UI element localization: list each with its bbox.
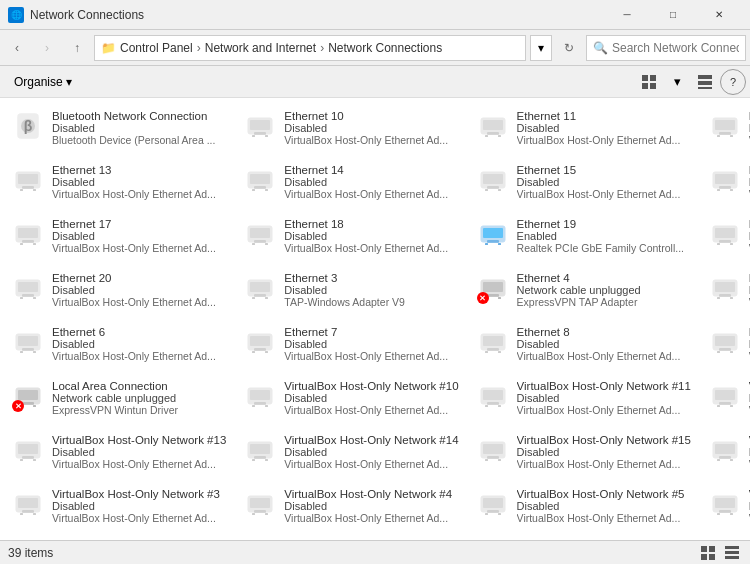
minimize-button[interactable]: ─ <box>604 0 650 30</box>
svg-rect-116 <box>483 390 503 400</box>
view-tiles-button[interactable] <box>636 69 662 95</box>
list-item[interactable]: VirtualBox Host-Only Network #7DisabledV… <box>4 536 234 540</box>
network-icon <box>709 434 741 466</box>
list-item[interactable]: VirtualBox Host-Only Network #14Disabled… <box>236 428 466 480</box>
back-button[interactable]: ‹ <box>4 35 30 61</box>
svg-rect-68 <box>20 297 23 299</box>
network-icon <box>12 218 44 250</box>
network-icon <box>244 326 276 358</box>
svg-rect-114 <box>265 405 268 407</box>
list-item[interactable]: β Bluetooth Network ConnectionDisabledBl… <box>4 104 234 156</box>
list-item[interactable]: Ethernet 19EnabledRealtek PCIe GbE Famil… <box>469 212 699 264</box>
organise-button[interactable]: Organise ▾ <box>4 69 82 95</box>
maximize-button[interactable]: □ <box>650 0 696 30</box>
list-item[interactable]: VirtualBox Host-Only Network #6DisabledV… <box>701 482 750 534</box>
list-item[interactable]: Ethernet 20DisabledVirtualBox Host-Only … <box>4 266 234 318</box>
path-control-panel[interactable]: Control Panel <box>120 41 193 55</box>
list-item[interactable]: VirtualBox Host-Only Network #10Disabled… <box>236 374 466 426</box>
svg-rect-73 <box>252 297 255 299</box>
svg-rect-24 <box>730 135 733 137</box>
view-dropdown-button[interactable]: ▾ <box>664 69 690 95</box>
content-area: β Bluetooth Network ConnectionDisabledBl… <box>0 98 750 540</box>
svg-rect-162 <box>719 510 731 513</box>
connection-status: Disabled <box>284 176 458 188</box>
connection-name: Ethernet 13 <box>52 164 226 176</box>
svg-rect-58 <box>485 243 488 245</box>
svg-rect-146 <box>18 498 38 508</box>
list-item[interactable]: Ethernet 10DisabledVirtualBox Host-Only … <box>236 104 466 156</box>
list-item[interactable]: VirtualBox Host-Only Network #11Disabled… <box>469 374 699 426</box>
status-view-grid[interactable] <box>698 543 718 563</box>
svg-rect-137 <box>487 456 499 459</box>
svg-rect-28 <box>20 189 23 191</box>
svg-rect-138 <box>485 459 488 461</box>
list-item[interactable]: VirtualBox Host-Only Network #9DisabledV… <box>469 536 699 540</box>
svg-rect-42 <box>719 186 731 189</box>
svg-rect-196 <box>709 554 715 560</box>
status-view-list[interactable] <box>722 543 742 563</box>
list-item[interactable]: Ethernet 15DisabledVirtualBox Host-Only … <box>469 158 699 210</box>
list-item[interactable]: Ethernet 7DisabledVirtualBox Host-Only E… <box>236 320 466 372</box>
list-item[interactable]: ✕Local Area ConnectionNetwork cable unpl… <box>4 374 234 426</box>
list-item[interactable]: ✕Ethernet 4Network cable unpluggedExpres… <box>469 266 699 318</box>
list-item[interactable]: Ethernet 14DisabledVirtualBox Host-Only … <box>236 158 466 210</box>
list-item[interactable]: Ethernet 9DisabledVirtualBox Host-Only E… <box>701 320 750 372</box>
list-item[interactable]: Ethernet 16DisabledVirtualBox Host-Only … <box>701 158 750 210</box>
address-dropdown[interactable]: ▾ <box>530 35 552 61</box>
search-input[interactable] <box>612 41 739 55</box>
svg-rect-99 <box>498 351 501 353</box>
list-item[interactable]: VirtualBox Host-Only Network #15Disabled… <box>469 428 699 480</box>
list-item[interactable]: Ethernet 3DisabledTAP-Windows Adapter V9 <box>236 266 466 318</box>
svg-rect-66 <box>18 282 38 292</box>
close-button[interactable]: ✕ <box>696 0 742 30</box>
help-button[interactable]: ? <box>720 69 746 95</box>
list-item[interactable]: Ethernet 13DisabledVirtualBox Host-Only … <box>4 158 234 210</box>
list-item[interactable]: VirtualBox Host-Only Network #12Disabled… <box>701 374 750 426</box>
list-item[interactable]: Ethernet 12DisabledVirtualBox Host-Only … <box>701 104 750 156</box>
svg-rect-63 <box>717 243 720 245</box>
network-icon: ✕ <box>12 380 44 412</box>
list-item[interactable]: Ethernet 11DisabledVirtualBox Host-Only … <box>469 104 699 156</box>
network-icon <box>477 110 509 142</box>
connection-type: VirtualBox Host-Only Ethernet Ad... <box>52 350 226 362</box>
list-item[interactable]: VirtualBox Host-Only Network #2DisabledV… <box>701 428 750 480</box>
svg-rect-103 <box>717 351 720 353</box>
svg-rect-62 <box>719 240 731 243</box>
up-button[interactable]: ↑ <box>64 35 90 61</box>
connection-type: ExpressVPN TAP Adapter <box>517 296 691 308</box>
network-icon <box>244 218 276 250</box>
svg-rect-39 <box>498 189 501 191</box>
list-item[interactable]: Ethernet 5DisabledVirtualBox Host-Only E… <box>701 266 750 318</box>
list-item[interactable]: VirtualBox Host-Only Network #8DisabledV… <box>236 536 466 540</box>
refresh-button[interactable]: ↻ <box>556 35 582 61</box>
svg-rect-83 <box>717 297 720 299</box>
connection-name: Local Area Connection <box>52 380 226 392</box>
list-item[interactable]: Ethernet 6DisabledVirtualBox Host-Only E… <box>4 320 234 372</box>
svg-rect-147 <box>22 510 34 513</box>
connection-status: Disabled <box>517 176 691 188</box>
list-item[interactable]: VirtualBox Host-Only Network #4DisabledV… <box>236 482 466 534</box>
svg-rect-2 <box>642 83 648 89</box>
list-item[interactable]: VirtualBox Host-Only Network #13Disabled… <box>4 428 234 480</box>
list-item[interactable]: VMware Network Adapter VMnet1DisabledVMw… <box>701 536 750 540</box>
list-item[interactable]: Ethernet 18DisabledVirtualBox Host-Only … <box>236 212 466 264</box>
svg-rect-121 <box>715 390 735 400</box>
network-icon <box>477 218 509 250</box>
svg-rect-31 <box>250 174 270 184</box>
list-item[interactable]: VirtualBox Host-Only Network #3DisabledV… <box>4 482 234 534</box>
list-item[interactable]: Ethernet 8DisabledVirtualBox Host-Only E… <box>469 320 699 372</box>
svg-rect-149 <box>33 513 36 515</box>
list-item[interactable]: Ethernet 17DisabledVirtualBox Host-Only … <box>4 212 234 264</box>
list-item[interactable]: Ethernet 2DisabledVirtualBox Host-Only E… <box>701 212 750 264</box>
view-list-button[interactable] <box>692 69 718 95</box>
svg-rect-117 <box>487 402 499 405</box>
svg-rect-48 <box>20 243 23 245</box>
svg-rect-198 <box>725 551 739 554</box>
svg-rect-157 <box>487 510 499 513</box>
connection-name: Ethernet 17 <box>52 218 226 230</box>
list-item[interactable]: VirtualBox Host-Only Network #5DisabledV… <box>469 482 699 534</box>
search-box[interactable]: 🔍 <box>586 35 746 61</box>
connection-name: Ethernet 3 <box>284 272 458 284</box>
forward-button[interactable]: › <box>34 35 60 61</box>
path-network-internet[interactable]: Network and Internet <box>205 41 316 55</box>
